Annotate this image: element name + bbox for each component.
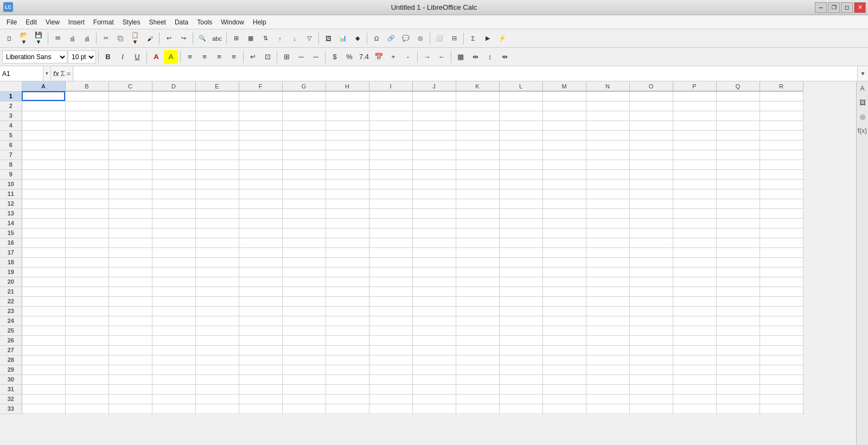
font-name-select[interactable]: Liberation Sans (2, 50, 67, 63)
cell-I13[interactable] (369, 208, 412, 218)
cell-J10[interactable] (412, 179, 456, 189)
cell-Q1[interactable] (716, 91, 760, 101)
open-btn[interactable]: 📂▼ (17, 31, 31, 46)
cell-M34[interactable] (542, 414, 586, 415)
cell-P32[interactable] (673, 394, 716, 404)
cell-Q15[interactable] (716, 228, 760, 238)
cell-H9[interactable] (326, 169, 369, 179)
cell-H30[interactable] (326, 374, 369, 384)
cell-E26[interactable] (195, 335, 239, 345)
cell-K16[interactable] (456, 238, 499, 247)
cell-H24[interactable] (326, 316, 369, 326)
cell-G18[interactable] (282, 257, 326, 267)
cell-M17[interactable] (542, 247, 586, 257)
cell-H12[interactable] (326, 199, 369, 208)
cell-P2[interactable] (673, 101, 716, 111)
cell-L24[interactable] (499, 316, 542, 326)
cell-L34[interactable] (499, 414, 542, 415)
cell-O15[interactable] (629, 228, 673, 238)
cell-R27[interactable] (760, 345, 803, 355)
cell-K14[interactable] (456, 218, 499, 228)
font-size-select[interactable]: 10 pt (68, 50, 96, 63)
col-header-J[interactable]: J (412, 81, 456, 91)
cell-L30[interactable] (499, 374, 542, 384)
cell-Q16[interactable] (716, 238, 760, 247)
cell-C15[interactable] (108, 228, 152, 238)
cell-F31[interactable] (239, 384, 282, 394)
cell-E27[interactable] (195, 345, 239, 355)
cell-B34[interactable] (65, 414, 108, 415)
cell-F5[interactable] (239, 130, 282, 140)
cell-I14[interactable] (369, 218, 412, 228)
cell-Q17[interactable] (716, 247, 760, 257)
cell-G27[interactable] (282, 345, 326, 355)
cell-B1[interactable] (65, 91, 108, 101)
cell-C11[interactable] (108, 189, 152, 199)
cell-B11[interactable] (65, 189, 108, 199)
cell-M31[interactable] (542, 384, 586, 394)
cell-J24[interactable] (412, 316, 456, 326)
restore-button[interactable]: ❐ (828, 2, 840, 13)
cell-E14[interactable] (195, 218, 239, 228)
cell-E18[interactable] (195, 257, 239, 267)
cell-E33[interactable] (195, 404, 239, 414)
navigator-btn[interactable]: ◎ (413, 31, 427, 46)
cell-G2[interactable] (282, 101, 326, 111)
cell-N28[interactable] (586, 355, 629, 365)
row-header-12[interactable]: 12 (0, 199, 22, 208)
cell-I12[interactable] (369, 199, 412, 208)
menu-sheet[interactable]: Sheet (145, 17, 170, 28)
cell-M25[interactable] (542, 326, 586, 335)
cell-E21[interactable] (195, 287, 239, 296)
cell-G7[interactable] (282, 150, 326, 160)
cell-G1[interactable] (282, 91, 326, 101)
formula-btn[interactable]: Σ (466, 31, 480, 46)
cell-O18[interactable] (629, 257, 673, 267)
cell-O33[interactable] (629, 404, 673, 414)
row-header-32[interactable]: 32 (0, 394, 22, 404)
cell-A6[interactable] (22, 140, 65, 150)
minimize-button[interactable]: – (815, 2, 827, 13)
cell-C20[interactable] (108, 277, 152, 287)
cell-I3[interactable] (369, 111, 412, 120)
cell-O26[interactable] (629, 335, 673, 345)
cell-Q27[interactable] (716, 345, 760, 355)
cell-A10[interactable] (22, 179, 65, 189)
cell-A4[interactable] (22, 120, 65, 130)
cell-B33[interactable] (65, 404, 108, 414)
cell-O29[interactable] (629, 365, 673, 374)
cell-N21[interactable] (586, 287, 629, 296)
cell-F19[interactable] (239, 267, 282, 277)
formula-input[interactable] (73, 66, 857, 81)
cell-F18[interactable] (239, 257, 282, 267)
cell-R30[interactable] (760, 374, 803, 384)
cell-A22[interactable] (22, 296, 65, 306)
cell-E12[interactable] (195, 199, 239, 208)
cell-G19[interactable] (282, 267, 326, 277)
equals-button[interactable]: = (67, 69, 71, 78)
menu-tools[interactable]: Tools (193, 17, 216, 28)
cell-G14[interactable] (282, 218, 326, 228)
cell-P4[interactable] (673, 120, 716, 130)
cell-I5[interactable] (369, 130, 412, 140)
cell-P33[interactable] (673, 404, 716, 414)
cell-I29[interactable] (369, 365, 412, 374)
cell-F22[interactable] (239, 296, 282, 306)
cell-I8[interactable] (369, 160, 412, 169)
cell-J1[interactable] (412, 91, 456, 101)
cell-A24[interactable] (22, 316, 65, 326)
cell-C25[interactable] (108, 326, 152, 335)
cell-C12[interactable] (108, 199, 152, 208)
cell-G16[interactable] (282, 238, 326, 247)
cell-ref-dropdown[interactable]: ▼ (43, 66, 51, 81)
cell-H4[interactable] (326, 120, 369, 130)
cell-I23[interactable] (369, 306, 412, 316)
cell-D8[interactable] (152, 160, 195, 169)
cell-O2[interactable] (629, 101, 673, 111)
row-header-19[interactable]: 19 (0, 267, 22, 277)
col-header-C[interactable]: C (108, 81, 152, 91)
cell-G30[interactable] (282, 374, 326, 384)
cell-B3[interactable] (65, 111, 108, 120)
cell-C23[interactable] (108, 306, 152, 316)
cell-E13[interactable] (195, 208, 239, 218)
